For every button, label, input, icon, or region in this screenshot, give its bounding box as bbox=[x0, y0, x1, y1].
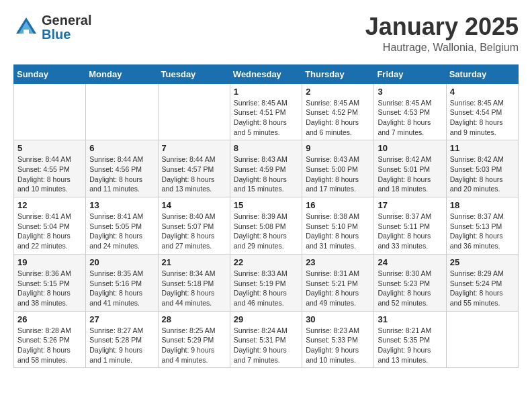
day-number: 31 bbox=[378, 314, 442, 324]
day-number: 20 bbox=[89, 257, 154, 267]
weekday-header-saturday: Saturday bbox=[446, 64, 518, 83]
day-number: 4 bbox=[450, 87, 515, 97]
day-info: Sunrise: 8:38 AM Sunset: 5:10 PM Dayligh… bbox=[306, 212, 370, 251]
day-cell: 19Sunrise: 8:36 AM Sunset: 5:15 PM Dayli… bbox=[14, 254, 86, 311]
day-number: 11 bbox=[450, 143, 515, 153]
day-info: Sunrise: 8:43 AM Sunset: 4:59 PM Dayligh… bbox=[234, 154, 298, 194]
weekday-header-sunday: Sunday bbox=[14, 64, 86, 83]
logo-general: General bbox=[42, 13, 91, 28]
day-cell: 20Sunrise: 8:35 AM Sunset: 5:16 PM Dayli… bbox=[86, 254, 158, 311]
day-info: Sunrise: 8:28 AM Sunset: 5:26 PM Dayligh… bbox=[17, 326, 82, 365]
day-number: 30 bbox=[306, 314, 370, 324]
calendar-table: SundayMondayTuesdayWednesdayThursdayFrid… bbox=[13, 64, 519, 369]
day-number: 16 bbox=[306, 200, 370, 210]
day-number: 29 bbox=[234, 314, 298, 324]
day-number: 17 bbox=[378, 200, 442, 210]
day-cell: 22Sunrise: 8:33 AM Sunset: 5:19 PM Dayli… bbox=[230, 254, 302, 311]
day-number: 1 bbox=[234, 87, 298, 97]
day-cell: 14Sunrise: 8:40 AM Sunset: 5:07 PM Dayli… bbox=[158, 197, 230, 255]
day-info: Sunrise: 8:37 AM Sunset: 5:11 PM Dayligh… bbox=[378, 212, 442, 251]
day-info: Sunrise: 8:36 AM Sunset: 5:15 PM Dayligh… bbox=[17, 269, 82, 308]
week-row-1: 1Sunrise: 8:45 AM Sunset: 4:51 PM Daylig… bbox=[14, 83, 519, 140]
day-cell: 26Sunrise: 8:28 AM Sunset: 5:26 PM Dayli… bbox=[14, 311, 86, 368]
day-info: Sunrise: 8:45 AM Sunset: 4:52 PM Dayligh… bbox=[306, 98, 370, 138]
day-info: Sunrise: 8:44 AM Sunset: 4:56 PM Dayligh… bbox=[89, 154, 154, 194]
day-number: 2 bbox=[306, 87, 370, 97]
logo-blue: Blue bbox=[42, 27, 71, 42]
day-info: Sunrise: 8:35 AM Sunset: 5:16 PM Dayligh… bbox=[89, 269, 154, 308]
day-info: Sunrise: 8:44 AM Sunset: 4:57 PM Dayligh… bbox=[162, 154, 226, 194]
weekday-header-thursday: Thursday bbox=[302, 64, 374, 83]
day-cell: 31Sunrise: 8:21 AM Sunset: 5:35 PM Dayli… bbox=[374, 311, 446, 368]
day-cell: 5Sunrise: 8:44 AM Sunset: 4:55 PM Daylig… bbox=[14, 140, 86, 197]
logo-icon bbox=[13, 15, 39, 40]
day-cell: 30Sunrise: 8:23 AM Sunset: 5:33 PM Dayli… bbox=[302, 311, 374, 368]
day-cell: 16Sunrise: 8:38 AM Sunset: 5:10 PM Dayli… bbox=[302, 197, 374, 255]
title-block: January 2025 Hautrage, Wallonia, Belgium bbox=[365, 13, 519, 54]
day-info: Sunrise: 8:24 AM Sunset: 5:31 PM Dayligh… bbox=[234, 326, 298, 365]
day-info: Sunrise: 8:43 AM Sunset: 5:00 PM Dayligh… bbox=[306, 154, 370, 194]
day-number: 22 bbox=[234, 257, 298, 267]
day-info: Sunrise: 8:41 AM Sunset: 5:04 PM Dayligh… bbox=[17, 212, 82, 251]
day-info: Sunrise: 8:23 AM Sunset: 5:33 PM Dayligh… bbox=[306, 326, 370, 365]
logo-text: General Blue bbox=[42, 13, 91, 42]
day-info: Sunrise: 8:21 AM Sunset: 5:35 PM Dayligh… bbox=[378, 326, 442, 365]
day-number: 14 bbox=[162, 200, 226, 210]
day-cell: 1Sunrise: 8:45 AM Sunset: 4:51 PM Daylig… bbox=[230, 83, 302, 140]
svg-rect-2 bbox=[24, 30, 29, 34]
day-info: Sunrise: 8:33 AM Sunset: 5:19 PM Dayligh… bbox=[234, 269, 298, 308]
day-info: Sunrise: 8:37 AM Sunset: 5:13 PM Dayligh… bbox=[450, 212, 515, 251]
day-info: Sunrise: 8:31 AM Sunset: 5:21 PM Dayligh… bbox=[306, 269, 370, 308]
day-cell bbox=[86, 83, 158, 140]
weekday-header-monday: Monday bbox=[86, 64, 158, 83]
logo: General Blue bbox=[13, 13, 91, 42]
day-cell bbox=[446, 311, 518, 368]
day-number: 18 bbox=[450, 200, 515, 210]
day-number: 23 bbox=[306, 257, 370, 267]
week-row-4: 19Sunrise: 8:36 AM Sunset: 5:15 PM Dayli… bbox=[14, 254, 519, 311]
day-cell: 21Sunrise: 8:34 AM Sunset: 5:18 PM Dayli… bbox=[158, 254, 230, 311]
day-info: Sunrise: 8:39 AM Sunset: 5:08 PM Dayligh… bbox=[234, 212, 298, 251]
day-info: Sunrise: 8:25 AM Sunset: 5:29 PM Dayligh… bbox=[162, 326, 226, 365]
week-row-3: 12Sunrise: 8:41 AM Sunset: 5:04 PM Dayli… bbox=[14, 197, 519, 255]
day-number: 19 bbox=[17, 257, 82, 267]
day-info: Sunrise: 8:30 AM Sunset: 5:23 PM Dayligh… bbox=[378, 269, 442, 308]
day-number: 26 bbox=[17, 314, 82, 324]
day-info: Sunrise: 8:34 AM Sunset: 5:18 PM Dayligh… bbox=[162, 269, 226, 308]
day-number: 25 bbox=[450, 257, 515, 267]
day-number: 10 bbox=[378, 143, 442, 153]
day-number: 27 bbox=[89, 314, 154, 324]
week-row-5: 26Sunrise: 8:28 AM Sunset: 5:26 PM Dayli… bbox=[14, 311, 519, 368]
day-cell: 27Sunrise: 8:27 AM Sunset: 5:28 PM Dayli… bbox=[86, 311, 158, 368]
day-info: Sunrise: 8:27 AM Sunset: 5:28 PM Dayligh… bbox=[89, 326, 154, 365]
weekday-header-tuesday: Tuesday bbox=[158, 64, 230, 83]
day-cell: 11Sunrise: 8:42 AM Sunset: 5:03 PM Dayli… bbox=[446, 140, 518, 197]
weekday-header-wednesday: Wednesday bbox=[230, 64, 302, 83]
day-cell bbox=[14, 83, 86, 140]
day-cell: 23Sunrise: 8:31 AM Sunset: 5:21 PM Dayli… bbox=[302, 254, 374, 311]
day-cell: 4Sunrise: 8:45 AM Sunset: 4:54 PM Daylig… bbox=[446, 83, 518, 140]
day-number: 13 bbox=[89, 200, 154, 210]
day-number: 3 bbox=[378, 87, 442, 97]
day-cell: 17Sunrise: 8:37 AM Sunset: 5:11 PM Dayli… bbox=[374, 197, 446, 255]
day-number: 6 bbox=[89, 143, 154, 153]
day-cell: 15Sunrise: 8:39 AM Sunset: 5:08 PM Dayli… bbox=[230, 197, 302, 255]
day-cell: 25Sunrise: 8:29 AM Sunset: 5:24 PM Dayli… bbox=[446, 254, 518, 311]
day-info: Sunrise: 8:29 AM Sunset: 5:24 PM Dayligh… bbox=[450, 269, 515, 308]
day-info: Sunrise: 8:44 AM Sunset: 4:55 PM Dayligh… bbox=[17, 154, 82, 194]
day-cell: 9Sunrise: 8:43 AM Sunset: 5:00 PM Daylig… bbox=[302, 140, 374, 197]
day-cell: 7Sunrise: 8:44 AM Sunset: 4:57 PM Daylig… bbox=[158, 140, 230, 197]
day-cell: 18Sunrise: 8:37 AM Sunset: 5:13 PM Dayli… bbox=[446, 197, 518, 255]
day-cell: 28Sunrise: 8:25 AM Sunset: 5:29 PM Dayli… bbox=[158, 311, 230, 368]
weekday-header-friday: Friday bbox=[374, 64, 446, 83]
day-info: Sunrise: 8:41 AM Sunset: 5:05 PM Dayligh… bbox=[89, 212, 154, 251]
page-header: General Blue January 2025 Hautrage, Wall… bbox=[13, 13, 519, 54]
day-cell: 3Sunrise: 8:45 AM Sunset: 4:53 PM Daylig… bbox=[374, 83, 446, 140]
day-info: Sunrise: 8:42 AM Sunset: 5:01 PM Dayligh… bbox=[378, 154, 442, 194]
day-cell: 24Sunrise: 8:30 AM Sunset: 5:23 PM Dayli… bbox=[374, 254, 446, 311]
day-cell: 6Sunrise: 8:44 AM Sunset: 4:56 PM Daylig… bbox=[86, 140, 158, 197]
day-number: 7 bbox=[162, 143, 226, 153]
day-number: 5 bbox=[17, 143, 82, 153]
month-title: January 2025 bbox=[365, 13, 519, 40]
day-number: 9 bbox=[306, 143, 370, 153]
